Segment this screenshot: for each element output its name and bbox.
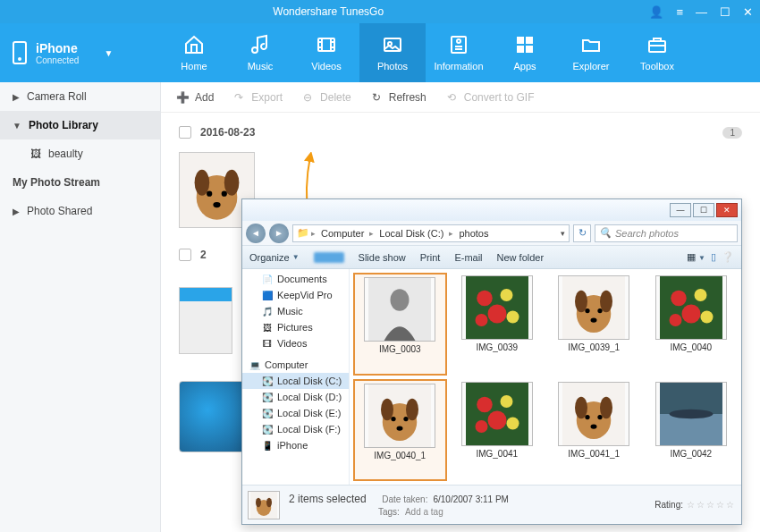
checkbox[interactable] xyxy=(179,249,191,261)
explorer-titlebar[interactable]: — ☐ ✕ xyxy=(242,199,741,221)
explorer-icon xyxy=(578,34,604,55)
minimize-icon[interactable]: — xyxy=(696,5,707,19)
refresh-button[interactable]: ↻ xyxy=(573,224,591,242)
sidebar-album-beaulty[interactable]: 🖼beaulty xyxy=(0,139,160,168)
tree-disk-c[interactable]: 💽Local Disk (C:) xyxy=(242,373,349,389)
svg-point-15 xyxy=(222,191,227,197)
tree-videos[interactable]: 🎞Videos xyxy=(242,335,349,351)
export-button[interactable]: ↷Export xyxy=(232,90,283,105)
svg-rect-5 xyxy=(517,37,524,44)
breadcrumb[interactable]: 📁 ▸ Computer ▸ Local Disk (C:) ▸ photos … xyxy=(292,224,570,242)
blurred-item[interactable]: xxxx xyxy=(314,252,344,263)
file-item[interactable]: IMG_0042 xyxy=(645,379,739,482)
breadcrumb-item[interactable]: photos xyxy=(455,228,492,239)
print-button[interactable]: Print xyxy=(420,252,441,263)
minimize-button[interactable]: — xyxy=(670,203,691,217)
svg-point-28 xyxy=(600,291,612,313)
sidebar-camera-roll[interactable]: ▶Camera Roll xyxy=(0,82,160,111)
new-folder-button[interactable]: New folder xyxy=(497,252,545,263)
convert-gif-button[interactable]: ⟲Convert to GIF xyxy=(444,90,535,105)
svg-point-56 xyxy=(598,414,603,418)
tree-documents[interactable]: 📄Documents xyxy=(242,271,349,287)
file-item[interactable]: IMG_0040 xyxy=(645,273,739,376)
chevron-down-icon[interactable]: ▾ xyxy=(561,229,565,238)
photo-thumb[interactable] xyxy=(179,381,250,452)
svg-point-31 xyxy=(591,317,597,322)
breadcrumb-item[interactable]: Computer xyxy=(317,228,367,239)
nav-explorer[interactable]: Explorer xyxy=(558,23,624,82)
tags-input[interactable]: Add a tag xyxy=(405,507,443,517)
back-button[interactable]: ◄ xyxy=(246,224,266,243)
file-thumb xyxy=(364,384,435,448)
home-icon xyxy=(182,34,207,55)
sidebar-photo-shared[interactable]: ▶Photo Shared xyxy=(0,197,160,225)
svg-point-40 xyxy=(381,398,393,420)
close-button[interactable]: ✕ xyxy=(716,203,738,217)
maximize-icon[interactable]: ☐ xyxy=(720,5,730,19)
svg-point-24 xyxy=(475,314,487,326)
delete-button[interactable]: ⊖Delete xyxy=(300,90,351,105)
help-button[interactable]: ❔ xyxy=(722,251,734,263)
tree-computer[interactable]: 💻Computer xyxy=(242,357,349,373)
nav-items: Home Music Videos Photos Information App… xyxy=(161,23,760,82)
count-badge: 1 xyxy=(722,127,742,139)
tree-iphone[interactable]: 📱iPhone xyxy=(242,437,349,453)
photo-thumb[interactable] xyxy=(179,287,232,354)
forward-button[interactable]: ► xyxy=(269,224,289,243)
svg-point-36 xyxy=(700,311,713,324)
search-input[interactable]: 🔍 Search photos xyxy=(595,224,738,242)
selected-count: 2 items selected xyxy=(289,493,367,505)
date-section-1[interactable]: 2016-08-23 1 xyxy=(161,118,760,147)
refresh-button[interactable]: ↻Refresh xyxy=(369,90,426,105)
svg-point-64 xyxy=(266,497,272,507)
file-item[interactable]: IMG_0039_1 xyxy=(547,273,641,376)
image-icon: 🖼 xyxy=(30,148,41,160)
preview-pane-button[interactable]: ▯ xyxy=(711,251,716,263)
file-name: IMG_0039_1 xyxy=(568,342,620,352)
email-button[interactable]: E-mail xyxy=(454,252,482,263)
nav-videos[interactable]: Videos xyxy=(293,23,359,82)
close-icon[interactable]: ✕ xyxy=(743,5,753,19)
checkbox[interactable] xyxy=(179,126,191,139)
svg-point-55 xyxy=(586,414,590,418)
tree-disk-d[interactable]: 💽Local Disk (D:) xyxy=(242,389,349,405)
user-icon[interactable]: 👤 xyxy=(649,5,663,19)
svg-rect-8 xyxy=(526,46,533,53)
tree-pictures[interactable]: 🖼Pictures xyxy=(242,319,349,335)
nav-toolbox[interactable]: Toolbox xyxy=(624,23,690,82)
nav-information[interactable]: Information xyxy=(426,23,492,82)
tree-music[interactable]: 🎵Music xyxy=(242,303,349,319)
explorer-files[interactable]: IMG_0003IMG_0039IMG_0039_1IMG_0040IMG_00… xyxy=(350,269,741,485)
tree-disk-f[interactable]: 💽Local Disk (F:) xyxy=(242,421,349,437)
breadcrumb-item[interactable]: Local Disk (C:) xyxy=(376,228,447,239)
sidebar-my-photo-stream[interactable]: My Photo Stream xyxy=(0,168,160,197)
date-label: 2016-08-23 xyxy=(200,126,255,139)
file-item[interactable]: IMG_0039 xyxy=(451,273,545,376)
maximize-button[interactable]: ☐ xyxy=(693,203,714,217)
sidebar-photo-library[interactable]: ▼Photo Library xyxy=(0,111,160,139)
svg-point-54 xyxy=(600,396,612,418)
svg-point-13 xyxy=(224,170,240,196)
svg-point-60 xyxy=(669,409,713,418)
slideshow-button[interactable]: Slide show xyxy=(359,252,406,263)
nav-home[interactable]: Home xyxy=(161,23,227,82)
organize-menu[interactable]: Organize▼ xyxy=(249,252,300,263)
tree-disk-e[interactable]: 💽Local Disk (E:) xyxy=(242,405,349,421)
view-mode-button[interactable]: ▦ ▼ xyxy=(687,251,705,263)
file-item[interactable]: IMG_0040_1 xyxy=(353,379,447,482)
tree-keepvid[interactable]: 🟦KeepVid Pro xyxy=(242,287,349,303)
disk-icon: 💽 xyxy=(262,424,273,435)
svg-point-30 xyxy=(598,308,603,313)
nav-photos[interactable]: Photos xyxy=(359,23,426,82)
file-item[interactable]: IMG_0041 xyxy=(451,379,545,482)
nav-apps[interactable]: Apps xyxy=(492,23,558,82)
menu-icon[interactable]: ≡ xyxy=(676,5,683,19)
device-selector[interactable]: iPhone Connected ▼ xyxy=(0,23,161,82)
nav-music[interactable]: Music xyxy=(227,23,293,82)
file-item[interactable]: IMG_0003 xyxy=(353,273,447,376)
rating-stars[interactable]: ☆☆☆☆☆ xyxy=(687,500,736,510)
add-button[interactable]: ➕Add xyxy=(175,90,214,105)
videos-icon xyxy=(314,34,339,55)
svg-point-22 xyxy=(487,305,506,324)
file-item[interactable]: IMG_0041_1 xyxy=(547,379,641,482)
